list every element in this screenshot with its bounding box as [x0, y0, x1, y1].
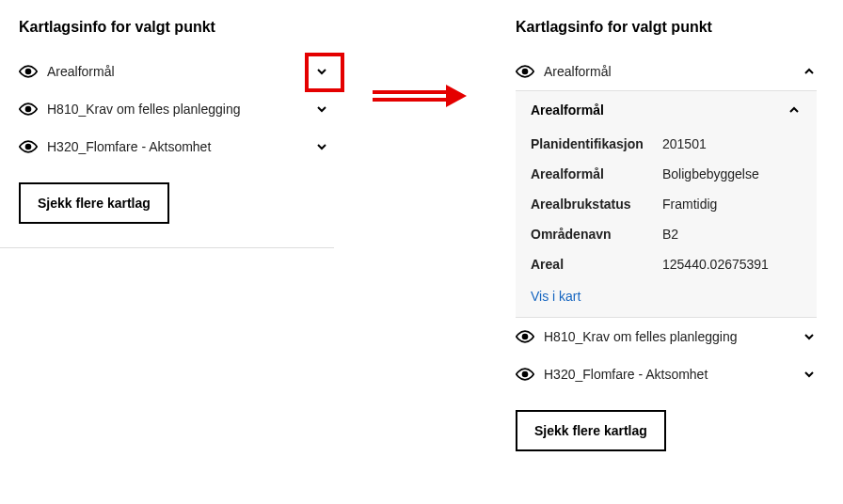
- eye-icon: [19, 62, 38, 81]
- eye-icon: [516, 365, 534, 384]
- chevron-down-icon[interactable]: [314, 64, 329, 79]
- divider: [0, 247, 334, 248]
- detail-row: Områdenavn B2: [516, 219, 817, 249]
- eye-icon: [19, 100, 38, 118]
- layer-info-panel-expanded: Kartlagsinfo for valgt punkt Arealformål…: [516, 19, 817, 451]
- layer-label: H810_Krav om felles planlegging: [544, 329, 802, 344]
- svg-point-7: [523, 335, 528, 339]
- layer-row-h810[interactable]: H810_Krav om felles planlegging: [516, 318, 817, 355]
- eye-icon: [516, 327, 534, 346]
- layer-label: H810_Krav om felles planlegging: [47, 102, 314, 117]
- detail-row: Areal 125440.02675391: [516, 249, 817, 279]
- layer-row-h320[interactable]: H320_Flomfare - Aktsomhet: [19, 128, 329, 165]
- layer-label: Arealformål: [47, 64, 314, 79]
- detail-val: 125440.02675391: [662, 257, 802, 272]
- detail-row: Planidentifikasjon 201501: [516, 129, 817, 159]
- show-in-map-link[interactable]: Vis i kart: [516, 279, 817, 317]
- chevron-down-icon[interactable]: [314, 102, 329, 117]
- chevron-down-icon[interactable]: [314, 139, 329, 154]
- layer-label: H320_Flomfare - Aktsomhet: [544, 367, 802, 382]
- eye-icon: [516, 62, 534, 81]
- layer-label: Arealformål: [544, 64, 802, 79]
- detail-key: Areal: [531, 257, 662, 272]
- eye-icon: [19, 137, 38, 156]
- panel-title: Kartlagsinfo for valgt punkt: [19, 19, 329, 36]
- detail-val: 201501: [662, 136, 802, 151]
- detail-key: Planidentifikasjon: [531, 136, 662, 151]
- layer-row-h320[interactable]: H320_Flomfare - Aktsomhet: [516, 355, 817, 393]
- chevron-down-icon[interactable]: [802, 329, 817, 344]
- layer-info-panel-collapsed: Kartlagsinfo for valgt punkt Arealformål…: [19, 19, 329, 224]
- detail-val: B2: [662, 227, 802, 242]
- panel-title: Kartlagsinfo for valgt punkt: [516, 19, 817, 36]
- details-sub-header: Arealformål: [531, 102, 787, 118]
- svg-point-8: [523, 372, 528, 377]
- arrow-annotation: [373, 85, 467, 107]
- chevron-down-icon[interactable]: [802, 367, 817, 382]
- detail-key: Områdenavn: [531, 227, 662, 242]
- chevron-up-icon[interactable]: [787, 102, 802, 118]
- check-more-layers-button[interactable]: Sjekk flere kartlag: [516, 410, 666, 451]
- detail-val: Framtidig: [662, 197, 802, 212]
- layer-details-panel: Arealformål Planidentifikasjon 201501 Ar…: [516, 90, 817, 318]
- layer-row-h810[interactable]: H810_Krav om felles planlegging: [19, 90, 329, 128]
- details-sub-header-row[interactable]: Arealformål: [516, 91, 817, 129]
- detail-row: Arealformål Boligbebyggelse: [516, 159, 817, 189]
- svg-point-0: [26, 70, 31, 74]
- detail-key: Arealbrukstatus: [531, 197, 662, 212]
- svg-marker-5: [446, 85, 467, 107]
- detail-row: Arealbrukstatus Framtidig: [516, 189, 817, 219]
- detail-val: Boligbebyggelse: [662, 166, 802, 181]
- layer-label: H320_Flomfare - Aktsomhet: [47, 139, 314, 154]
- layer-row-arealformal[interactable]: Arealformål: [19, 53, 329, 90]
- detail-key: Arealformål: [531, 166, 662, 181]
- svg-point-6: [523, 70, 528, 74]
- chevron-up-icon[interactable]: [802, 64, 817, 79]
- check-more-layers-button[interactable]: Sjekk flere kartlag: [19, 182, 169, 224]
- svg-point-1: [26, 107, 31, 112]
- layer-row-arealformal-expanded[interactable]: Arealformål: [516, 53, 817, 90]
- svg-point-2: [26, 145, 31, 150]
